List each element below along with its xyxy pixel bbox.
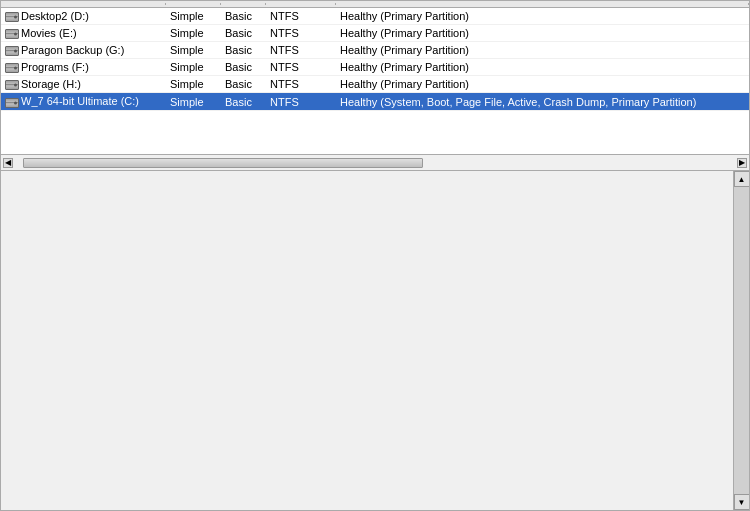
scroll-track	[734, 187, 749, 494]
cell-filesystem: NTFS	[266, 95, 336, 109]
table-body: Desktop2 (D:) Simple Basic NTFS Healthy …	[1, 8, 749, 137]
disk-icon	[5, 29, 19, 39]
cell-status: Healthy (Primary Partition)	[336, 60, 749, 74]
table-row[interactable]: W_7 64-bit Ultimate (C:) Simple Basic NT…	[1, 93, 749, 110]
cell-type: Basic	[221, 95, 266, 109]
disk-icon	[5, 63, 19, 73]
horizontal-scrollbar[interactable]: ◀ ▶	[0, 155, 750, 171]
scroll-thumb[interactable]	[23, 158, 423, 168]
header-status	[336, 3, 749, 5]
scroll-right-arrow[interactable]: ▶	[737, 158, 747, 168]
cell-status: Healthy (System, Boot, Page File, Active…	[336, 95, 749, 109]
cell-filesystem: NTFS	[266, 60, 336, 74]
vertical-scrollbar[interactable]: ▲ ▼	[733, 171, 749, 510]
cell-volume: W_7 64-bit Ultimate (C:)	[1, 94, 166, 108]
disk-icon	[5, 80, 19, 90]
disk-icon	[5, 46, 19, 56]
cell-status: Healthy (Primary Partition)	[336, 9, 749, 23]
header-volume	[1, 3, 166, 5]
cell-layout: Simple	[166, 60, 221, 74]
header-layout	[166, 3, 221, 5]
cell-layout: Simple	[166, 43, 221, 57]
cell-layout: Simple	[166, 26, 221, 40]
cell-layout: Simple	[166, 9, 221, 23]
cell-layout: Simple	[166, 77, 221, 91]
cell-status: Healthy (Primary Partition)	[336, 43, 749, 57]
cell-volume: Desktop2 (D:)	[1, 9, 166, 23]
cell-type: Basic	[221, 60, 266, 74]
header-type	[221, 3, 266, 5]
volume-table: Desktop2 (D:) Simple Basic NTFS Healthy …	[0, 0, 750, 155]
table-row[interactable]: Programs (F:) Simple Basic NTFS Healthy …	[1, 59, 749, 76]
cell-filesystem: NTFS	[266, 9, 336, 23]
cell-type: Basic	[221, 43, 266, 57]
cell-status: Healthy (Primary Partition)	[336, 77, 749, 91]
table-row[interactable]: Storage (H:) Simple Basic NTFS Healthy (…	[1, 76, 749, 93]
cell-volume: Movies (E:)	[1, 26, 166, 40]
cell-layout: Simple	[166, 95, 221, 109]
disk-management-window: Desktop2 (D:) Simple Basic NTFS Healthy …	[0, 0, 750, 511]
cell-volume: Paragon Backup (G:)	[1, 43, 166, 57]
scroll-down-arrow[interactable]: ▼	[734, 494, 750, 510]
cell-status: Healthy (Primary Partition)	[336, 26, 749, 40]
cell-type: Basic	[221, 26, 266, 40]
disk-visual-scroll-area[interactable]	[1, 171, 749, 510]
cell-type: Basic	[221, 77, 266, 91]
cell-filesystem: NTFS	[266, 26, 336, 40]
table-row[interactable]: Desktop2 (D:) Simple Basic NTFS Healthy …	[1, 8, 749, 25]
cell-filesystem: NTFS	[266, 77, 336, 91]
cell-filesystem: NTFS	[266, 43, 336, 57]
disk-icon	[5, 12, 19, 22]
table-row[interactable]: Paragon Backup (G:) Simple Basic NTFS He…	[1, 42, 749, 59]
cell-type: Basic	[221, 9, 266, 23]
header-filesystem	[266, 3, 336, 5]
cell-volume: Storage (H:)	[1, 77, 166, 91]
table-header-row	[1, 1, 749, 8]
table-row[interactable]: Movies (E:) Simple Basic NTFS Healthy (P…	[1, 25, 749, 42]
disk-visual-section: ▲ ▼	[0, 171, 750, 511]
scroll-up-arrow[interactable]: ▲	[734, 171, 750, 187]
scroll-left-arrow[interactable]: ◀	[3, 158, 13, 168]
cell-volume: Programs (F:)	[1, 60, 166, 74]
disk-icon	[5, 98, 19, 108]
